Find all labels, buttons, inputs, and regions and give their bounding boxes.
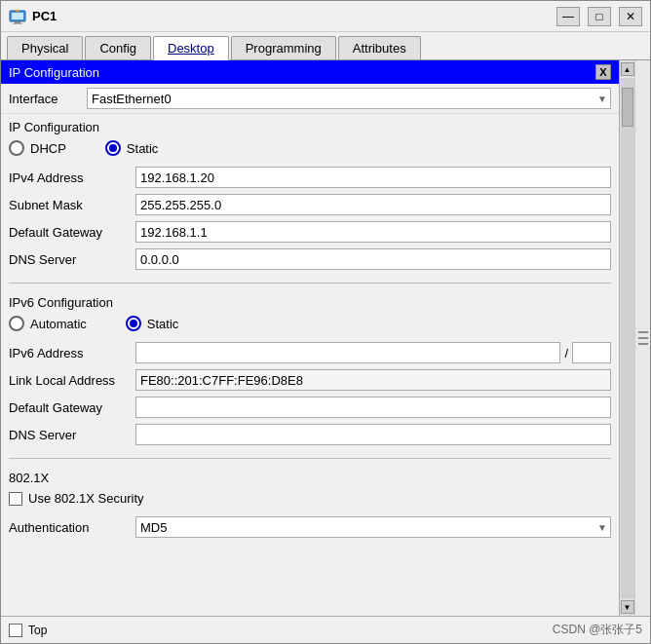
8021x-title: 802.1X xyxy=(1,465,619,487)
default-gateway-label: Default Gateway xyxy=(9,225,135,240)
ipv6-radio-row: Automatic Static xyxy=(1,312,619,335)
use-8021x-checkbox[interactable] xyxy=(9,492,22,506)
main-window: PC1 — □ ✕ Physical Config Desktop Progra… xyxy=(0,0,651,644)
ipv6-address-row: IPv6 Address / xyxy=(9,339,611,366)
tab-physical[interactable]: Physical xyxy=(7,36,83,59)
link-local-label: Link Local Address xyxy=(9,373,135,388)
ipv6-auto-label: Automatic xyxy=(30,317,87,331)
ipv6-static-option[interactable]: Static xyxy=(126,316,179,331)
ipv4-address-row: IPv4 Address xyxy=(9,164,611,191)
svg-rect-2 xyxy=(15,21,20,23)
app-icon xyxy=(9,8,26,25)
auth-label: Authentication xyxy=(9,520,135,535)
ip-config-close[interactable]: X xyxy=(595,64,611,80)
ipv4-form: IPv4 Address Subnet Mask Default Gateway… xyxy=(1,160,619,277)
statusbar: Top CSDN @张张子5 xyxy=(1,616,650,643)
scroll-up-arrow[interactable]: ▲ xyxy=(621,62,634,76)
ipv6-static-radio[interactable] xyxy=(126,316,141,331)
window-controls: — □ ✕ xyxy=(556,7,642,26)
ipv6-address-label: IPv6 Address xyxy=(9,346,135,360)
ipv6-dns-row: DNS Server xyxy=(9,421,611,448)
auth-select-wrap: MD5 xyxy=(135,516,611,538)
dns-server-input[interactable] xyxy=(135,248,611,270)
tab-programming[interactable]: Programming xyxy=(231,36,336,59)
window-title: PC1 xyxy=(32,9,556,23)
ipv6-form: IPv6 Address / Link Local Address Defaul… xyxy=(1,335,619,452)
scroll-down-arrow[interactable]: ▼ xyxy=(621,600,634,614)
subnet-mask-row: Subnet Mask xyxy=(9,191,611,218)
subnet-mask-input[interactable] xyxy=(135,194,611,215)
tab-desktop[interactable]: Desktop xyxy=(153,36,229,60)
ip-config-header: IP Configuration X xyxy=(1,60,619,84)
divider-2 xyxy=(9,458,611,459)
interface-row: Interface FastEthernet0 xyxy=(1,84,619,114)
interface-select-wrap: FastEthernet0 xyxy=(87,88,611,109)
main-panel: IP Configuration X Interface FastEtherne… xyxy=(1,60,619,616)
top-label: Top xyxy=(28,624,47,637)
use-8021x-row: Use 802.1X Security xyxy=(1,487,619,510)
dns-server-row: DNS Server xyxy=(9,246,611,273)
decoration-line-2 xyxy=(638,337,648,339)
ipv6-address-input[interactable] xyxy=(135,342,560,363)
ipv6-subsection-title: IPv6 Configuration xyxy=(1,289,619,312)
tab-bar: Physical Config Desktop Programming Attr… xyxy=(1,32,650,60)
maximize-button[interactable]: □ xyxy=(588,7,611,26)
interface-select[interactable]: FastEthernet0 xyxy=(87,88,611,109)
ipv4-subsection-title: IP Configuration xyxy=(1,114,619,136)
content-area: IP Configuration X Interface FastEtherne… xyxy=(1,60,650,616)
watermark: CSDN @张张子5 xyxy=(553,622,642,638)
ipv4-address-input[interactable] xyxy=(135,167,611,188)
divider-1 xyxy=(9,283,611,284)
minimize-button[interactable]: — xyxy=(556,7,580,26)
auth-row: Authentication MD5 xyxy=(9,513,611,541)
ipv6-gateway-label: Default Gateway xyxy=(9,400,135,415)
decoration-line-3 xyxy=(638,343,648,345)
dhcp-radio[interactable] xyxy=(9,140,24,156)
ipv6-dns-input[interactable] xyxy=(135,424,611,445)
interface-label: Interface xyxy=(9,92,87,106)
scroll-track[interactable] xyxy=(621,78,634,598)
auth-select[interactable]: MD5 xyxy=(135,516,611,538)
auth-form: Authentication MD5 xyxy=(1,510,619,545)
ipv6-auto-radio[interactable] xyxy=(9,316,24,331)
scrollbar[interactable]: ▲ ▼ xyxy=(619,60,634,616)
svg-rect-3 xyxy=(13,23,22,24)
dns-server-label: DNS Server xyxy=(9,252,135,267)
subnet-mask-label: Subnet Mask xyxy=(9,198,135,212)
default-gateway-input[interactable] xyxy=(135,221,611,243)
default-gateway-row: Default Gateway xyxy=(9,218,611,246)
dhcp-label: DHCP xyxy=(30,141,66,156)
static-radio[interactable] xyxy=(105,140,121,156)
ipv6-address-wrap: / xyxy=(135,342,611,363)
top-checkbox[interactable] xyxy=(9,624,22,637)
svg-rect-1 xyxy=(12,13,23,19)
use-8021x-label: Use 802.1X Security xyxy=(28,491,144,506)
static-label: Static xyxy=(127,141,159,156)
tab-config[interactable]: Config xyxy=(85,36,151,59)
titlebar: PC1 — □ ✕ xyxy=(1,1,650,32)
ipv6-auto-option[interactable]: Automatic xyxy=(9,316,87,331)
link-local-row: Link Local Address xyxy=(9,366,611,394)
ipv4-radio-row: DHCP Static xyxy=(1,136,619,160)
ipv4-address-label: IPv4 Address xyxy=(9,170,135,185)
ipv6-gateway-row: Default Gateway xyxy=(9,394,611,421)
dhcp-option[interactable]: DHCP xyxy=(9,140,66,156)
ipv6-prefix-input[interactable] xyxy=(572,342,611,363)
ipv6-gateway-input[interactable] xyxy=(135,397,611,418)
statusbar-left: Top xyxy=(9,624,47,637)
right-decoration xyxy=(634,60,650,616)
close-button[interactable]: ✕ xyxy=(619,7,642,26)
scroll-thumb[interactable] xyxy=(622,88,633,127)
link-local-input[interactable] xyxy=(135,369,611,391)
ipv6-dns-label: DNS Server xyxy=(9,428,135,442)
ipv6-slash: / xyxy=(560,346,572,360)
ip-config-title: IP Configuration xyxy=(9,65,99,80)
ipv6-static-label: Static xyxy=(147,317,179,331)
static-option[interactable]: Static xyxy=(105,140,159,156)
decoration-line-1 xyxy=(638,331,648,333)
tab-attributes[interactable]: Attributes xyxy=(338,36,421,59)
